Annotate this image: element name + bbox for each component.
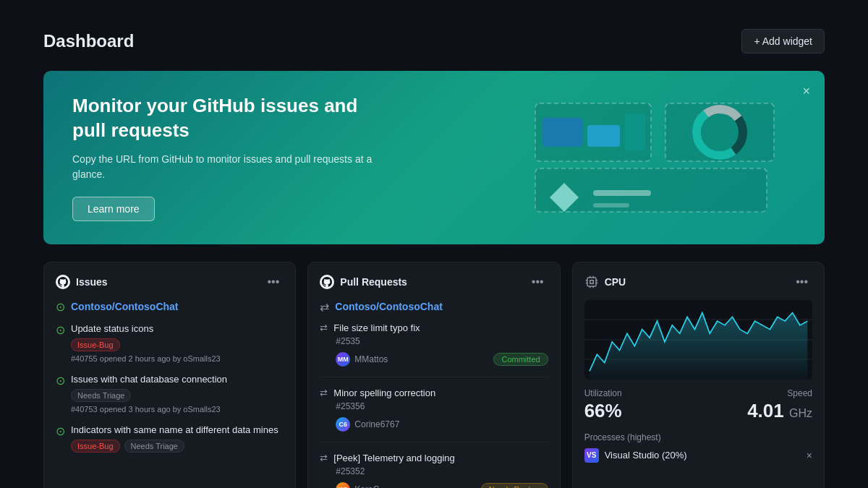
svg-rect-8: [593, 203, 629, 207]
process-item: VS Visual Studio (20%) ×: [584, 448, 812, 463]
issue-item: ⊙ Issues with chat database connection N…: [56, 373, 284, 414]
widgets-grid: Issues ••• ⊙ Contoso/ContosoChat ⊙ Updat…: [43, 262, 825, 488]
speed-value: 4.01 GHz: [747, 400, 812, 422]
issue-item: ⊙ Update status icons Issue-Bug #40755 o…: [56, 322, 284, 363]
issue-title: Issues with chat database connection: [71, 373, 227, 386]
issue-item: ⊙ Indicators with same name at different…: [56, 424, 284, 455]
issue-open-icon: ⊙: [56, 323, 65, 337]
pr-repo-name: Contoso/ContosoChat: [335, 301, 443, 312]
pr-user: MM MMattos: [336, 352, 388, 367]
vs-icon: VS: [584, 448, 599, 463]
pr-title: File size limit typo fix: [333, 322, 420, 333]
issue-open-icon: ⊙: [56, 424, 65, 438]
cpu-widget: CPU •••: [572, 262, 825, 488]
speed-label: Speed: [747, 388, 812, 398]
issues-widget-header: Issues •••: [56, 274, 284, 290]
pr-number: #25352: [336, 466, 548, 476]
process-name: Visual Studio (20%): [605, 450, 687, 461]
svg-rect-7: [593, 190, 651, 196]
svg-rect-12: [587, 278, 596, 286]
pr-header-left: Pull Requests: [320, 275, 407, 289]
pr-repo-row: ⇄ Contoso/ContosoChat: [320, 300, 548, 314]
process-close-button[interactable]: ×: [807, 450, 812, 461]
avatar: C6: [336, 417, 350, 432]
svg-rect-3: [542, 118, 582, 147]
issues-widget-title: Issues: [76, 276, 108, 288]
avatar: MM: [336, 352, 350, 367]
add-widget-button[interactable]: + Add widget: [741, 29, 825, 53]
pr-merge-icon: ⇄: [320, 388, 328, 398]
processes-label: Processes (highest): [584, 432, 812, 442]
needs-triage-tag: Needs Triage: [71, 389, 131, 402]
cpu-header-left: CPU: [584, 275, 626, 289]
issues-header-left: Issues: [56, 275, 108, 289]
speed-unit: GHz: [789, 407, 812, 419]
status-badge: Committed: [493, 353, 548, 366]
avatar: KG: [336, 482, 350, 488]
status-badge: Needs Review: [481, 483, 548, 488]
banner-content: Monitor your GitHub issues and pull requ…: [72, 94, 376, 221]
issue-tags: Needs Triage: [71, 389, 227, 402]
issues-widget: Issues ••• ⊙ Contoso/ContosoChat ⊙ Updat…: [43, 262, 296, 488]
cpu-icon: [584, 275, 599, 289]
svg-rect-4: [587, 125, 620, 147]
pr-item: ⇄ [Peek] Telemetry and logging #25352 KG…: [320, 453, 548, 488]
cpu-chart: [584, 300, 812, 380]
pr-title: Minor spelling correction: [333, 388, 435, 398]
pr-widget-title: Pull Requests: [340, 276, 407, 288]
processes-section: Processes (highest) VS Visual Studio (20…: [584, 432, 812, 463]
issue-meta: #40755 opened 2 hours ago by oSmalls23: [71, 354, 221, 363]
utilization-label: Utilization: [584, 388, 622, 398]
cpu-widget-title: CPU: [605, 276, 626, 288]
issues-repo-name: Contoso/ContosoChat: [71, 301, 179, 312]
banner-illustration: [521, 71, 796, 244]
svg-rect-5: [625, 114, 645, 150]
banner-title: Monitor your GitHub issues and pull requ…: [72, 94, 376, 143]
pr-repo-icon: ⇄: [320, 300, 329, 314]
pr-merge-icon: ⇄: [320, 322, 328, 333]
issue-meta: #40753 opened 3 hours ago by oSmalls23: [71, 405, 227, 414]
issues-repo-row: ⊙ Contoso/ContosoChat: [56, 300, 284, 314]
pr-number: #2535: [336, 336, 548, 346]
github-icon: [56, 275, 70, 289]
cpu-menu-button[interactable]: •••: [791, 274, 812, 290]
utilization-value: 66%: [584, 400, 622, 422]
page-title: Dashboard: [43, 31, 134, 51]
issue-bug-tag: Issue-Bug: [71, 338, 120, 351]
pr-user: C6 Corine6767: [336, 417, 399, 432]
pr-item: ⇄ Minor spelling correction #25356 C6 Co…: [320, 388, 548, 442]
banner-close-button[interactable]: ×: [799, 81, 813, 102]
pr-item: ⇄ File size limit typo fix #2535 MM MMat…: [320, 322, 548, 377]
issue-title: Update status icons: [71, 322, 221, 335]
issue-open-icon: ⊙: [56, 374, 65, 388]
pr-merge-icon: ⇄: [320, 453, 328, 463]
needs-triage-tag: Needs Triage: [124, 440, 184, 453]
issue-tags: Issue-Bug: [71, 338, 221, 351]
banner-description: Copy the URL from GitHub to monitor issu…: [72, 152, 376, 182]
pr-menu-button[interactable]: •••: [527, 274, 548, 290]
issues-status-icon: ⊙: [56, 300, 65, 314]
svg-rect-13: [590, 280, 593, 283]
github-banner: Monitor your GitHub issues and pull requ…: [43, 71, 825, 244]
pr-number: #25356: [336, 401, 548, 411]
issue-title: Indicators with same name at different d…: [71, 424, 278, 437]
pr-title: [Peek] Telemetry and logging: [333, 453, 454, 463]
cpu-stats: Utilization 66% Speed 4.01 GHz: [584, 388, 812, 422]
issues-menu-button[interactable]: •••: [263, 274, 284, 290]
issue-tags: Issue-Bug Needs Triage: [71, 440, 278, 453]
cpu-widget-header: CPU •••: [584, 274, 812, 290]
page: Dashboard + Add widget Monitor your GitH…: [0, 0, 868, 488]
issue-bug-tag: Issue-Bug: [71, 440, 120, 453]
learn-more-button[interactable]: Learn more: [72, 197, 155, 221]
dashboard-header: Dashboard + Add widget: [43, 29, 825, 53]
github-icon-pr: [320, 275, 334, 289]
pr-user: KG KaraG: [336, 482, 380, 488]
pr-widget-header: Pull Requests •••: [320, 274, 548, 290]
pull-requests-widget: Pull Requests ••• ⇄ Contoso/ContosoChat …: [307, 262, 560, 488]
